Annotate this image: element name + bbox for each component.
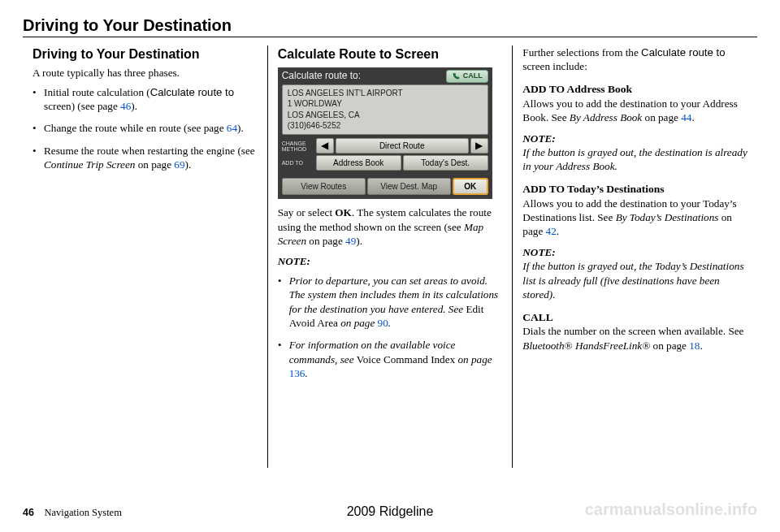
page-link-18[interactable]: 18 (689, 340, 700, 352)
ns-bottom-row: View Routes View Dest. Map OK (279, 176, 492, 198)
col2-note-1: Prior to departure, you can set areas to… (278, 274, 503, 331)
note-1: If the button is grayed out, the destina… (522, 145, 748, 174)
col1-heading: Driving to Your Destination (32, 45, 258, 63)
right-arrow-button: ▶ (470, 138, 488, 154)
view-routes-button: View Routes (282, 178, 366, 195)
addto-addressbook-heading: ADD TO Address Book (522, 82, 748, 97)
phone-icon (452, 72, 460, 80)
text: . (305, 367, 307, 379)
addto-todays-text: Allows you to add the destination to you… (522, 197, 748, 239)
page-link-49[interactable]: 49 (345, 235, 356, 247)
text: Resume the route when restarting the eng… (44, 145, 255, 157)
ns-row-method: CHANGE METHOD ◀ Direct Route ▶ (279, 138, 492, 154)
text: . (557, 225, 559, 237)
addto-label: ADD TO (282, 155, 314, 171)
col1-bullets: Initial route calculation (Calculate rou… (32, 85, 258, 172)
dest-line-4: (310)646-5252 (288, 120, 483, 132)
text: ). (131, 100, 137, 112)
ok-button: OK (453, 178, 488, 195)
call-label: CALL (463, 71, 483, 81)
text: . (700, 340, 702, 352)
text: ADD TO (282, 160, 314, 166)
page-link-44[interactable]: 44 (681, 111, 691, 123)
direct-route-button: Direct Route (336, 138, 469, 154)
footer-center: 2009 Ridgeline (347, 504, 434, 519)
ns-body: LOS ANGELES INT'L AIRPORT 1 WORLDWAY LOS… (282, 84, 488, 135)
page-number: 46 (23, 507, 34, 518)
nav-screenshot: Calculate route to: CALL LOS ANGELES INT… (278, 67, 492, 199)
dest-line-2: 1 WORLDWAY (288, 98, 483, 110)
text: . (388, 317, 391, 329)
text: Change the route while en route (see pag… (44, 122, 227, 134)
text: on page (306, 235, 345, 247)
col2-note-2: For information on the available voice c… (278, 338, 503, 380)
footer: 46 Navigation System 2009 Ridgeline carm… (23, 500, 757, 519)
text: screen include: (522, 60, 587, 72)
column-1: Driving to Your Destination A route typi… (23, 45, 267, 468)
text: Say or select (278, 206, 336, 218)
change-method-label: CHANGE METHOD (282, 138, 314, 154)
horizontal-rule (23, 37, 757, 37)
col1-bullet-1: Initial route calculation (Calculate rou… (32, 85, 258, 114)
view-dest-map-button: View Dest. Map (367, 178, 451, 195)
note-2: If the button is grayed out, the Today’s… (522, 259, 748, 301)
page-link-42[interactable]: 42 (546, 225, 557, 237)
ns-title: Calculate route to: (282, 70, 361, 83)
col3-intro: Further selections from the Calculate ro… (522, 45, 748, 74)
call-button: CALL (446, 70, 488, 83)
text: Initial route calculation ( (44, 86, 150, 98)
text: on page (642, 111, 681, 123)
col1-bullet-2: Change the route while en route (see pag… (32, 121, 258, 135)
page-link-136[interactable]: 136 (289, 367, 306, 379)
call-heading: CALL (522, 310, 748, 325)
note-label: NOTE: (522, 132, 748, 145)
text: ). (237, 122, 244, 134)
page-link-64[interactable]: 64 (227, 122, 237, 134)
screen-ref: Bluetooth® HandsFreeLink® (522, 340, 650, 352)
footer-left: 46 Navigation System (23, 507, 122, 519)
dest-line-3: LOS ANGELES, CA (288, 110, 483, 121)
ui-term: Voice Command Index (357, 353, 455, 365)
page-link-90[interactable]: 90 (378, 317, 388, 329)
text: on page (455, 353, 492, 365)
column-3: Further selections from the Calculate ro… (512, 45, 757, 468)
call-text: Dials the number on the screen when avai… (522, 324, 748, 353)
text: Dials the number on the screen when avai… (522, 325, 743, 337)
ns-header: Calculate route to: CALL (279, 68, 492, 83)
address-book-button: Address Book (316, 155, 401, 171)
watermark: carmanualsonline.info (585, 500, 757, 519)
screen-ref: By Address Book (570, 111, 642, 123)
text: ). (185, 158, 192, 171)
ok-ref: OK (335, 206, 352, 218)
column-2: Calculate Route to Screen Calculate rout… (267, 45, 513, 468)
ns-row-addto: ADD TO Address Book Today's Dest. (279, 155, 492, 171)
col2-heading: Calculate Route to Screen (278, 45, 503, 63)
col2-paragraph: Say or select OK. The system calculates … (278, 205, 503, 248)
ui-term: Calculate route to (150, 86, 234, 98)
text: on page (650, 340, 689, 352)
page-link-69[interactable]: 69 (174, 158, 184, 171)
col2-note-bullets: Prior to departure, you can set areas to… (278, 274, 503, 381)
addto-todays-heading: ADD TO Today’s Destinations (522, 182, 748, 197)
addto-addressbook-text: Allows you to add the destination to you… (522, 97, 748, 125)
text: on page (135, 158, 174, 171)
footer-section: Navigation System (44, 507, 121, 518)
col1-bullet-3: Resume the route when restarting the eng… (32, 144, 258, 172)
screen-ref: By Today’s Destinations (616, 211, 719, 223)
content-columns: Driving to Your Destination A route typi… (23, 45, 757, 468)
ui-term: Calculate route to (641, 46, 725, 58)
text: Further selections from the (522, 46, 641, 58)
text: . (691, 111, 694, 123)
dest-line-1: LOS ANGELES INT'L AIRPORT (288, 88, 483, 99)
todays-dest-button: Today's Dest. (403, 155, 488, 171)
note-label: NOTE: (522, 245, 748, 259)
page-link-46[interactable]: 46 (120, 100, 131, 112)
text: CHANGE METHOD (282, 141, 314, 152)
text: screen) (see page (44, 100, 120, 112)
text: ). (356, 235, 362, 247)
left-arrow-button: ◀ (316, 138, 334, 154)
text: on page (338, 317, 378, 329)
screen-ref: Continue Trip Screen (44, 158, 135, 171)
col1-intro: A route typically has three phases. (32, 66, 258, 80)
page-title: Driving to Your Destination (23, 16, 757, 35)
